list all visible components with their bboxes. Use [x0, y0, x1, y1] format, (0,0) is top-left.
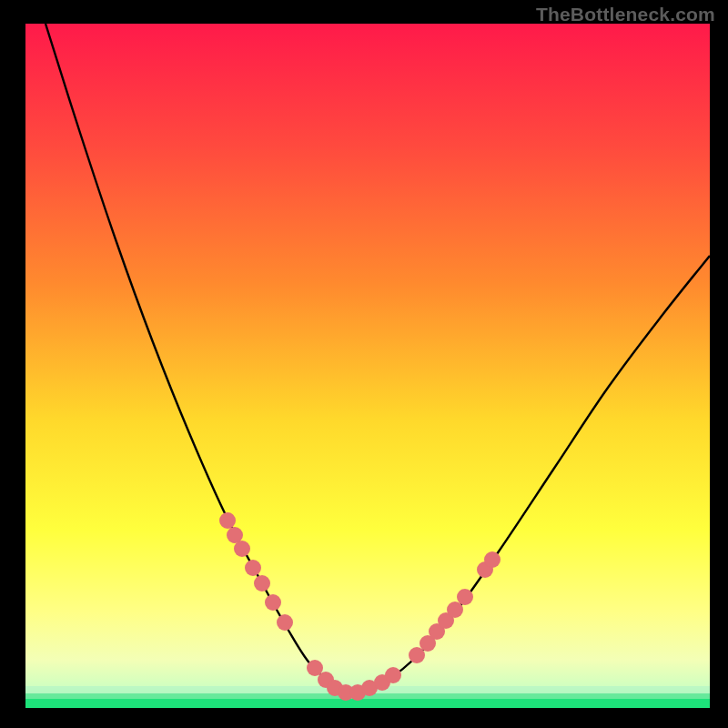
bead — [219, 512, 236, 529]
curve-line — [46, 24, 710, 694]
bead — [385, 667, 401, 683]
bead — [265, 594, 281, 611]
bead — [254, 575, 270, 592]
bead — [457, 589, 473, 605]
bead — [484, 551, 500, 568]
chart-frame: TheBottleneck.com — [0, 0, 728, 728]
bottleneck-curve — [25, 24, 710, 708]
bead — [245, 560, 261, 576]
bead — [234, 541, 250, 557]
curve-beads — [219, 512, 500, 701]
plot-area — [25, 24, 710, 708]
watermark-label: TheBottleneck.com — [536, 4, 715, 25]
bead — [277, 614, 293, 631]
bead — [447, 602, 463, 618]
